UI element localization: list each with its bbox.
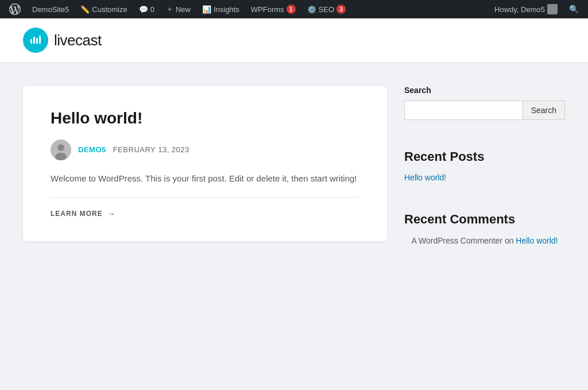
arrow-right-icon: →: [107, 209, 116, 218]
search-button[interactable]: Search: [523, 101, 565, 120]
gear-icon: ⚙️: [307, 5, 316, 14]
wp-logo-button[interactable]: [5, 0, 25, 18]
recent-post-link[interactable]: Hello world!: [404, 173, 446, 182]
recent-comments-title: Recent Comments: [404, 212, 565, 227]
admin-bar-right: Howdy, Demo5 🔍: [490, 0, 583, 18]
learn-more-link[interactable]: LEARN MORE →: [51, 209, 359, 218]
svg-rect-2: [36, 38, 38, 44]
site-name-button[interactable]: DemoSite5: [28, 0, 74, 18]
comments-button[interactable]: 💬 0: [134, 0, 159, 18]
page-wrapper: livecast Hello world! DEMO5 FEBRUARY 1: [0, 18, 588, 390]
pencil-icon: ✏️: [80, 5, 90, 14]
logo-icon: [23, 28, 48, 53]
wpforms-button[interactable]: WPForms 1: [246, 0, 300, 18]
comment-item: A WordPress Commenter on Hello world!: [404, 235, 565, 247]
author-avatar: [51, 140, 71, 160]
wpforms-badge: 1: [287, 5, 296, 14]
search-top-icon: 🔍: [569, 5, 579, 14]
sidebar: Search Search Recent Posts Hello world! …: [404, 86, 565, 264]
svg-rect-0: [30, 39, 32, 44]
recent-comments-widget: Recent Comments A WordPress Commenter on…: [404, 200, 565, 247]
svg-point-5: [57, 144, 64, 151]
site-name-label: DemoSite5: [32, 5, 69, 14]
comment-post-link[interactable]: Hello world!: [516, 236, 558, 245]
search-form: Search: [404, 101, 565, 120]
seo-badge: 3: [336, 5, 346, 14]
svg-rect-1: [33, 37, 35, 44]
search-widget: Search Search: [404, 86, 565, 120]
logo-text: livecast: [54, 32, 102, 49]
plus-icon: ＋: [166, 4, 173, 14]
search-widget-title: Search: [404, 86, 565, 95]
admin-bar: DemoSite5 ✏️ Customize 💬 0 ＋ New 📊 Insig…: [0, 0, 588, 18]
new-button[interactable]: ＋ New: [161, 0, 195, 18]
post-card: Hello world! DEMO5 FEBRUARY 13, 2023 Wel…: [23, 86, 387, 241]
post-title: Hello world!: [51, 109, 359, 128]
search-input[interactable]: [404, 101, 523, 120]
posts-area: Hello world! DEMO5 FEBRUARY 13, 2023 Wel…: [23, 86, 387, 264]
insights-button[interactable]: 📊 Insights: [198, 0, 244, 18]
user-avatar-small: [547, 4, 558, 14]
post-author[interactable]: DEMO5: [78, 145, 106, 154]
post-meta: DEMO5 FEBRUARY 13, 2023: [51, 140, 359, 160]
recent-posts-title: Recent Posts: [404, 149, 565, 164]
seo-button[interactable]: ⚙️ SEO 3: [303, 0, 350, 18]
main-content: Hello world! DEMO5 FEBRUARY 13, 2023 Wel…: [0, 63, 588, 287]
commenter-name: A WordPress Commenter: [412, 236, 502, 245]
comment-on-label: on: [505, 236, 514, 245]
chart-icon: 📊: [202, 5, 211, 14]
recent-posts-widget: Recent Posts Hello world!: [404, 137, 565, 183]
site-logo: livecast: [23, 28, 565, 53]
howdy-button[interactable]: Howdy, Demo5: [490, 0, 562, 18]
post-excerpt: Welcome to WordPress. This is your first…: [51, 172, 359, 198]
svg-rect-3: [39, 36, 41, 44]
comments-icon: 💬: [139, 5, 148, 14]
site-header: livecast: [0, 18, 588, 63]
search-top-button[interactable]: 🔍: [564, 0, 583, 18]
customize-button[interactable]: ✏️ Customize: [76, 0, 131, 18]
post-date: FEBRUARY 13, 2023: [113, 145, 189, 154]
